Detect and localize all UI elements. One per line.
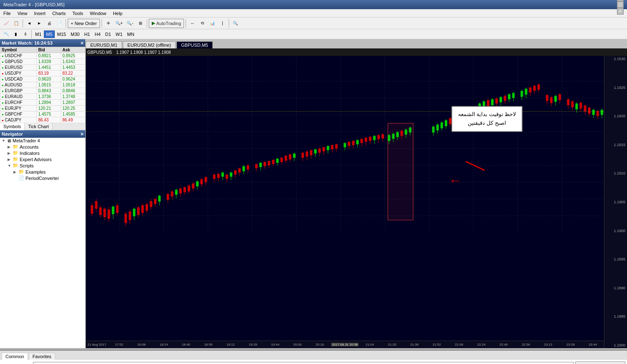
svg-rect-213: [550, 97, 553, 103]
forward-btn[interactable]: ►: [35, 19, 44, 28]
item-label: Accounts: [20, 144, 38, 149]
print-btn[interactable]: 🖨: [45, 19, 54, 28]
tf-h1[interactable]: H1: [82, 30, 92, 38]
item-label: PeriodConverter: [25, 176, 59, 181]
market-watch-row[interactable]: ● GBPUSD 1.6339 1.6342: [0, 59, 85, 65]
line-chart-btn[interactable]: 📉: [2, 30, 11, 39]
bar-chart-btn[interactable]: ▮: [11, 30, 20, 39]
nav-item-examples[interactable]: ▶ 📁 Examples: [0, 169, 85, 175]
new-chart-btn[interactable]: 📈: [2, 19, 11, 28]
chart-grid-btn[interactable]: ⊞: [136, 19, 145, 28]
svg-rect-146: [377, 135, 380, 139]
menu-insert[interactable]: Insert: [31, 10, 49, 17]
zoom-in-btn[interactable]: 🔍+: [114, 19, 125, 28]
chart-tabs: EURUSD,M1 EURUSD,M2 (offline) GBPUSD,M5: [86, 39, 627, 48]
templates-btn[interactable]: 📋: [12, 19, 21, 28]
menubar: File View Insert Charts Tools Window Hel…: [0, 9, 627, 18]
nav-item-scripts[interactable]: ▼ 📁 Scripts: [0, 162, 85, 169]
ea-select[interactable]: 2 MA Crosses Mega filter EA V1.ex4: [33, 362, 573, 364]
chart-canvas[interactable]: 1.1530 1.1925 1.1920 1.1915 1.1910 1.190…: [86, 56, 627, 348]
tf-w1[interactable]: W1: [114, 30, 125, 38]
tab-tick-chart[interactable]: Tick Chart: [25, 123, 53, 130]
menu-file[interactable]: File: [0, 10, 14, 17]
mw-ask: 1.4585: [61, 111, 85, 117]
mw-bid: 1.4575: [37, 111, 61, 117]
time-label: 22:08: [448, 343, 470, 346]
mw-symbol: ● EURUSD: [0, 65, 37, 71]
price-level: 1.1920: [604, 114, 627, 118]
market-watch-row[interactable]: ● AUDUSD 1.0515 1.0518: [0, 82, 85, 88]
market-watch-row[interactable]: ● EURJPY 120.21 120.25: [0, 106, 85, 111]
new-order-button[interactable]: + New Order: [68, 19, 100, 28]
tf-h4[interactable]: H4: [92, 30, 102, 38]
zoom-out-btn[interactable]: 🔍-: [125, 19, 135, 28]
expand-icon: ▶: [8, 157, 13, 162]
mw-bid: 86.43: [37, 117, 61, 123]
menu-tools[interactable]: Tools: [69, 10, 87, 17]
candlestick-area: 1.1530 1.1925 1.1920 1.1915 1.1910 1.190…: [86, 56, 627, 348]
market-watch-row[interactable]: ● USDJPY 83.19 83.22: [0, 71, 85, 76]
tf-m5[interactable]: M5: [44, 30, 54, 38]
item-icon: 📁: [18, 169, 24, 174]
svg-rect-34: [116, 205, 119, 213]
svg-rect-159: [405, 129, 407, 134]
period-sep-btn[interactable]: |: [218, 19, 227, 28]
svg-rect-74: [213, 174, 215, 179]
market-watch-row[interactable]: ● EURGBP 0.8843 0.8846: [0, 88, 85, 94]
nav-item-periodconverter[interactable]: 📄 PeriodConverter: [0, 175, 85, 181]
autotrading-button[interactable]: ▶ AutoTrading: [149, 19, 184, 28]
price-level: 1.1500: [604, 343, 627, 347]
nav-item-metatrader-4[interactable]: ▼ 🖥 MetaTrader 4: [0, 138, 85, 144]
market-watch-close[interactable]: ✕: [80, 41, 84, 46]
menu-help[interactable]: Help: [110, 10, 126, 17]
search-btn[interactable]: 🔍: [231, 19, 240, 28]
nav-item-accounts[interactable]: ▶ 📁 Accounts: [0, 144, 85, 150]
time-label: 18:24: [153, 343, 175, 346]
chart-shift-btn[interactable]: ↔: [188, 19, 197, 28]
price-level: 1.1925: [604, 86, 627, 90]
back-btn[interactable]: ◄: [25, 19, 34, 28]
svg-rect-225: [580, 103, 582, 109]
tf-m1[interactable]: M1: [33, 30, 43, 38]
chart-tab-eurusd-m2[interactable]: EURUSD,M2 (offline): [123, 41, 176, 48]
svg-rect-58: [175, 190, 178, 195]
indicators-btn[interactable]: 📊: [208, 19, 217, 28]
chart-auto-btn[interactable]: ⟲: [198, 19, 207, 28]
svg-rect-203: [525, 89, 527, 95]
market-watch-row[interactable]: ● EURAUD 1.3736 1.3748: [0, 94, 85, 100]
market-watch-row[interactable]: ● GBPCHF 1.4575 1.4585: [0, 111, 85, 117]
navigator-body: ▼ 🖥 MetaTrader 4 ▶ 📁 Accounts ▶ 📁 Indica…: [0, 138, 85, 348]
tab-symbols[interactable]: Symbols: [0, 123, 25, 130]
nav-item-expert-advisors[interactable]: ▶ 📁 Expert Advisors: [0, 156, 85, 162]
tf-m15[interactable]: M15: [55, 30, 68, 38]
market-watch-row[interactable]: ● EURCHF 1.2894 1.2897: [0, 100, 85, 106]
market-watch-row[interactable]: ● USDCAD 0.9620 0.9624: [0, 76, 85, 82]
copy-btn[interactable]: 📄: [55, 19, 64, 28]
market-watch-row[interactable]: ● CADJPY 86.43 86.49: [0, 117, 85, 123]
candle-chart-btn[interactable]: 🕯: [21, 30, 30, 39]
market-watch-row[interactable]: ● EURUSD 1.4451 1.4453: [0, 65, 85, 71]
market-watch-row[interactable]: ● USDCHF 0.8921 0.8925: [0, 53, 85, 59]
tf-mn[interactable]: MN: [125, 30, 136, 38]
expert-properties-button[interactable]: Expert properties: [575, 361, 625, 364]
time-label: 23:12: [537, 343, 559, 346]
tab-favorites[interactable]: Favorites: [29, 353, 55, 360]
menu-charts[interactable]: Charts: [49, 10, 69, 17]
item-icon: 📁: [13, 163, 18, 168]
maximize-button[interactable]: □: [617, 1, 624, 8]
close-button[interactable]: ✕: [617, 8, 624, 15]
chart-tab-gbpusd-m5[interactable]: GBPUSD,M5: [176, 41, 213, 48]
tf-m30[interactable]: M30: [69, 30, 82, 38]
menu-view[interactable]: View: [14, 10, 31, 17]
svg-rect-94: [259, 163, 262, 167]
chart-tab-eurusd-m1[interactable]: EURUSD,M1: [86, 41, 122, 48]
navigator-close[interactable]: ✕: [80, 132, 84, 136]
time-label: 18:40: [175, 343, 197, 346]
mw-bid: 1.0515: [37, 82, 61, 88]
nav-item-indicators[interactable]: ▶ 📁 Indicators: [0, 150, 85, 156]
svg-rect-205: [529, 88, 532, 93]
menu-window[interactable]: Window: [87, 10, 110, 17]
crosshair-btn[interactable]: ✛: [104, 19, 113, 28]
tf-d1[interactable]: D1: [103, 30, 113, 38]
tab-common[interactable]: Common: [2, 353, 28, 360]
